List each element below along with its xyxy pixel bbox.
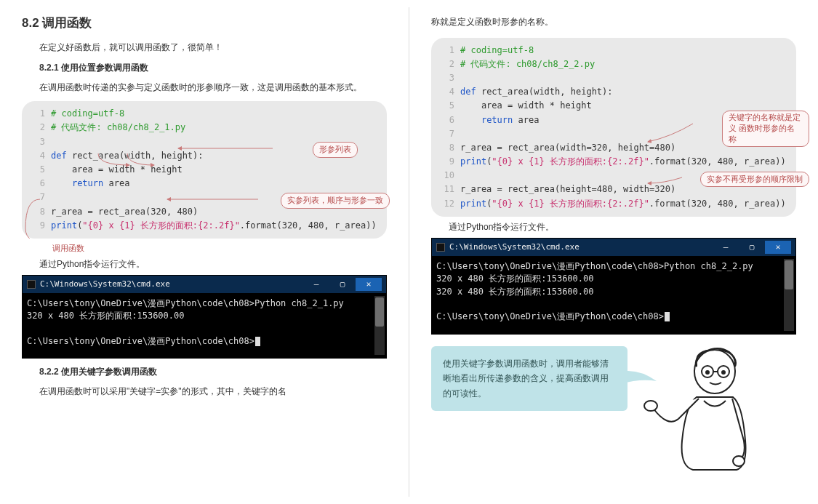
code-line: # coding=utf-8 — [460, 44, 534, 57]
annotation-formal-params: 形参列表 — [313, 142, 358, 158]
cursor-icon — [255, 337, 260, 346]
code-line: r_area = rect_area(height=480, width=320… — [460, 183, 675, 196]
intro-text: 在定义好函数后，就可以调用函数了，很简单！ — [22, 40, 387, 56]
run-caption-1: 通过Python指令运行文件。 — [22, 258, 387, 271]
code-line: # 代码文件: ch08/ch8_2_1.py — [51, 121, 185, 135]
annotation-order-free: 实参不再受形参的顺序限制 — [700, 172, 809, 188]
speech-bubble: 使用关键字参数调用函数时，调用者能够清晰地看出所传递参数的含义，提高函数调用的可… — [431, 346, 627, 411]
code-kw: def — [51, 149, 67, 163]
term-line: 320 x 480 长方形的面积:153600.00 — [436, 273, 594, 284]
code-line: ( — [486, 197, 492, 211]
terminal-titlebar: C:\Windows\System32\cmd.exe — ▢ ✕ — [23, 276, 386, 293]
svg-point-7 — [733, 456, 745, 466]
code-line: .format(320, 480, r_area)) — [649, 197, 786, 211]
annotation-actual-params: 实参列表，顺序与形参一致 — [281, 193, 390, 209]
cmd-icon — [27, 280, 36, 289]
code-indent — [51, 177, 72, 191]
code-str: "{0} x {1} 长方形的面积:{2:.2f}" — [82, 219, 240, 233]
code-kw: print — [460, 197, 486, 211]
run-caption-2: 通过Python指令运行文件。 — [431, 221, 796, 233]
svg-point-4 — [706, 371, 709, 374]
code-line: r_area = rect_area(width=320, height=480… — [460, 141, 675, 155]
window-close-button[interactable]: ✕ — [356, 278, 382, 291]
code-indent — [460, 113, 481, 127]
speech-tail-icon — [620, 368, 657, 390]
terminal-titlebar: C:\Windows\System32\cmd.exe — ▢ ✕ — [432, 239, 795, 256]
section-heading: 8.2 调用函数 — [22, 15, 387, 31]
code-line: rect_area(width, height): — [476, 85, 613, 99]
window-close-button[interactable]: ✕ — [765, 241, 791, 254]
right-page: 称就是定义函数时形参的名称。 1# coding=utf-8 2# 代码文件: … — [409, 0, 818, 504]
window-max-button[interactable]: ▢ — [329, 278, 356, 291]
code-block-1: 1# coding=utf-8 2# 代码文件: ch08/ch8_2_1.py… — [22, 101, 387, 239]
annotation-keyword-name: 关键字的名称就是定义 函数时形参的名称 — [722, 111, 809, 147]
code-line: # coding=utf-8 — [51, 107, 124, 121]
code-str: "{0} x {1} 长方形的面积:{2:.2f}" — [492, 155, 649, 169]
speech-text: 使用关键字参数调用函数时，调用者能够清晰地看出所传递参数的含义，提高函数调用的可… — [443, 359, 609, 399]
terminal-scrollbar[interactable] — [374, 296, 385, 356]
code-line: ( — [486, 155, 492, 169]
left-page: 8.2 调用函数 在定义好函数后，就可以调用函数了，很简单！ 8.2.1 使用位… — [0, 0, 409, 504]
svg-point-5 — [722, 371, 725, 374]
code-block-2: 1# coding=utf-8 2# 代码文件: ch08/ch8_2_2.py… — [431, 38, 796, 217]
code-kw: print — [51, 219, 77, 233]
code-kw: return — [481, 113, 513, 127]
code-str: "{0} x {1} 长方形的面积:{2:.2f}" — [492, 197, 649, 211]
subheading-8-2-2: 8.2.2 使用关键字参数调用函数 — [22, 366, 387, 378]
term-line: C:\Users\tony\OneDrive\漫画Python\code\ch0… — [27, 298, 344, 308]
term-line: 320 x 480 长方形的面积:153600.00 — [27, 311, 185, 321]
term-line: 320 x 480 长方形的面积:153600.00 — [436, 287, 594, 297]
code-kw: def — [460, 85, 476, 99]
terminal-body: C:\Users\tony\OneDrive\漫画Python\code\ch0… — [432, 256, 795, 334]
code-line: area = width * height — [460, 99, 592, 113]
terminal-2: C:\Windows\System32\cmd.exe — ▢ ✕ C:\Use… — [431, 238, 796, 335]
term-line: C:\Users\tony\OneDrive\漫画Python\code\ch0… — [436, 261, 753, 271]
code-kw: print — [460, 155, 486, 169]
code-line: r_area = rect_area(320, 480) — [51, 205, 198, 219]
term-line: C:\Users\tony\OneDrive\漫画Python\code\ch0… — [436, 311, 664, 321]
window-min-button[interactable]: — — [303, 278, 329, 291]
code-line: ( — [77, 219, 82, 233]
illustration-row: 使用关键字参数调用函数时，调用者能够清晰地看出所传递参数的含义，提高函数调用的可… — [431, 346, 796, 492]
code-line: # 代码文件: ch08/ch8_2_2.py — [460, 57, 595, 71]
code-line: .format(320, 480, r_area)) — [240, 219, 377, 233]
svg-point-6 — [644, 401, 657, 411]
window-min-button[interactable]: — — [713, 241, 739, 254]
code-line: .format(320, 480, r_area)) — [649, 155, 786, 169]
cursor-icon — [665, 312, 670, 321]
code-line: rect_area(width, height): — [67, 149, 204, 163]
code-line: area — [513, 113, 539, 127]
subheading-8-2-1: 8.2.1 使用位置参数调用函数 — [22, 62, 387, 74]
code-line: area = width * height — [51, 163, 183, 177]
call-function-label: 调用函数 — [52, 243, 387, 254]
sub1-text: 在调用函数时传递的实参与定义函数时的形参顺序一致，这是调用函数的基本形式。 — [22, 80, 387, 96]
window-max-button[interactable]: ▢ — [739, 241, 765, 254]
terminal-title-text: C:\Windows\System32\cmd.exe — [449, 242, 580, 252]
terminal-title-text: C:\Windows\System32\cmd.exe — [40, 279, 170, 289]
code-kw: return — [72, 177, 103, 191]
terminal-1: C:\Windows\System32\cmd.exe — ▢ ✕ C:\Use… — [22, 275, 387, 359]
terminal-body: C:\Users\tony\OneDrive\漫画Python\code\ch0… — [23, 293, 386, 359]
terminal-scrollbar[interactable] — [784, 259, 794, 331]
code-line: area — [103, 177, 129, 191]
sub2-text: 在调用函数时可以采用"关键字=实参"的形式，其中，关键字的名 — [22, 384, 387, 400]
continuation-text: 称就是定义函数时形参的名称。 — [431, 15, 796, 31]
term-line: C:\Users\tony\OneDrive\漫画Python\code\ch0… — [27, 336, 254, 346]
cmd-icon — [436, 243, 445, 252]
